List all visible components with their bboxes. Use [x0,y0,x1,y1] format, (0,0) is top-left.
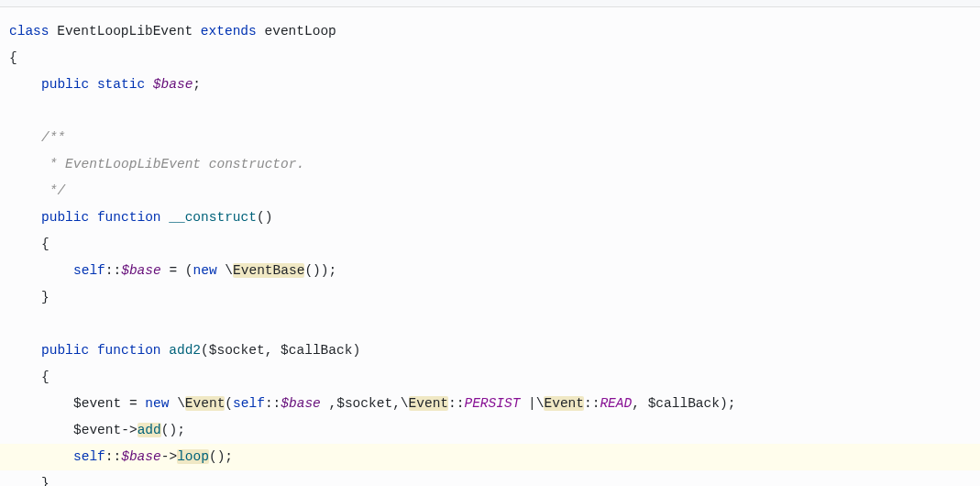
keyword-public: public [41,77,89,92]
const-persist: PERSIST [464,396,520,411]
method-ref-loop: loop [177,449,209,464]
code-line[interactable]: } [0,470,980,486]
scope-op: :: [105,263,121,278]
brace-open: { [9,50,17,65]
param-socket: $socket [209,343,265,358]
paren-close: ) [720,396,728,411]
paren-open: ( [201,343,209,358]
paren-close: ) [352,343,360,358]
code-line[interactable]: public static $base; [0,72,980,98]
comma: , [632,396,647,411]
doc-comment-body: * EventLoopLibEvent constructor. [41,157,304,171]
brace-open: { [41,237,50,251]
method-ref-add: add [138,423,161,437]
editor-topbar [0,0,980,7]
paren-open: ( [225,396,233,411]
parens: () [257,210,272,225]
keyword-public: public [41,343,89,358]
code-editor[interactable]: class EventLoopLibEvent extends eventLoo… [0,7,980,486]
code-line[interactable]: public function add2($socket, $callBack) [0,337,980,364]
brace-close: } [41,290,50,304]
superclass-name: eventLoop [264,24,336,39]
code-line[interactable]: class EventLoopLibEvent extends eventLoo… [0,18,980,45]
backslash: \ [225,263,233,278]
variable-event: $event [73,396,121,411]
keyword-extends: extends [201,24,257,39]
param-socket: $socket [336,396,392,411]
scope-op: :: [584,396,600,411]
comma: , [392,396,401,411]
keyword-class: class [9,24,50,39]
code-line[interactable]: } [0,284,980,311]
semicolon: ; [728,396,736,411]
code-line[interactable]: { [0,364,980,391]
pipe-op: | [520,396,535,411]
keyword-public: public [41,210,89,225]
class-ref-event: Event [409,396,449,411]
paren-open: ( [185,263,193,278]
method-construct: __construct [169,210,257,225]
code-line[interactable]: self::$base = (new \EventBase()); [0,258,980,284]
paren-close-semi: ()); [304,263,336,278]
class-name: EventLoopLibEvent [57,24,193,39]
param-callback: $callBack [648,396,720,411]
variable-base: $base [121,449,161,464]
backslash: \ [177,396,185,411]
code-line[interactable]: */ [0,178,980,204]
keyword-new: new [193,263,217,278]
assign-op: = [121,396,145,411]
code-line[interactable]: { [0,45,980,72]
code-line-blank[interactable] [0,311,980,337]
comma: , [265,343,281,358]
arrow-op: -> [161,449,177,464]
semicolon: ; [193,77,201,92]
code-line[interactable]: { [0,231,980,258]
const-read: READ [600,396,632,411]
keyword-self: self [73,449,105,464]
method-add2: add2 [169,343,201,358]
doc-comment-close: */ [41,183,65,198]
scope-op: :: [265,396,281,411]
class-ref-event: Event [185,396,226,411]
parens-semi: (); [209,449,233,464]
code-line-blank[interactable] [0,98,980,125]
code-line[interactable]: /** [0,125,980,151]
scope-op: :: [448,396,464,411]
doc-comment-open: /** [41,130,65,145]
backslash: \ [401,396,409,411]
code-line-current[interactable]: self::$base->loop(); [0,444,980,470]
code-line[interactable]: public function __construct() [0,204,980,231]
brace-close: } [41,476,50,486]
class-ref-event: Event [544,396,584,411]
keyword-self: self [233,396,265,411]
variable-base: $base [281,396,321,411]
keyword-function: function [97,210,161,225]
variable-event: $event [73,423,121,437]
keyword-new: new [145,396,169,411]
code-line[interactable]: $event->add(); [0,417,980,444]
keyword-static: static [97,77,145,92]
parens-semi: (); [161,423,185,437]
arrow-op: -> [121,423,137,437]
code-line[interactable]: * EventLoopLibEvent constructor. [0,151,980,178]
keyword-self: self [73,263,105,278]
param-callback: $callBack [281,343,352,358]
assign-op: = [161,263,185,278]
variable-base: $base [121,263,161,278]
comma-pad: , [321,396,336,411]
code-line[interactable]: $event = new \Event(self::$base ,$socket… [0,391,980,417]
class-ref-eventbase: EventBase [233,263,304,278]
variable-base: $base [153,77,193,92]
keyword-function: function [97,343,161,358]
scope-op: :: [105,449,121,464]
brace-open: { [41,370,50,384]
